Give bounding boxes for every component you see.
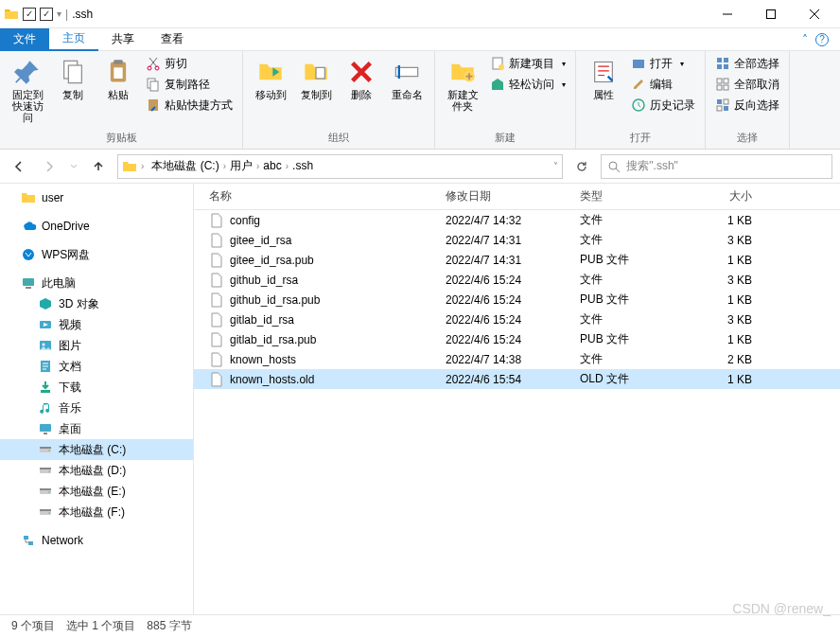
file-name: known_hosts.old [230,373,314,386]
tree-item[interactable]: 文档 [0,356,193,377]
search-input[interactable]: 搜索".ssh" [601,154,832,179]
moveto-button[interactable]: 移动到 [249,53,292,104]
file-name: gitee_id_rsa [230,234,291,247]
titlebar: ✓ ✓ ▾ | .ssh [0,0,840,28]
minimize-button[interactable] [706,0,749,28]
column-headers[interactable]: 名称 修改日期 类型 大小 [194,184,840,210]
collapse-ribbon-icon[interactable]: ˄ [802,33,808,46]
invert-button[interactable]: 反向选择 [711,95,783,115]
close-button[interactable] [793,0,836,28]
disk-icon [38,463,53,478]
window-title: .ssh [72,8,93,21]
tree-item[interactable]: 本地磁盘 (C:) [0,439,193,460]
col-type[interactable]: 类型 [572,188,684,204]
tree-item[interactable]: 本地磁盘 (D:) [0,460,193,481]
help-icon[interactable]: ? [815,33,829,46]
tab-home[interactable]: 主页 [49,28,98,51]
breadcrumb-segment[interactable]: 用户 [226,157,256,174]
back-button[interactable] [8,155,30,178]
file-row[interactable]: gitee_id_rsa2022/4/7 14:31文件3 KB [194,230,840,250]
copypath-button[interactable]: 复制路径 [142,74,236,95]
tree-item[interactable]: 图片 [0,335,193,356]
breadcrumb-segment[interactable]: 本地磁盘 (C:) [148,157,222,174]
qat-check-icon[interactable]: ✓ [40,8,53,21]
file-row[interactable]: config2022/4/7 14:32文件1 KB [194,210,840,230]
refresh-button[interactable] [570,155,593,178]
breadcrumb-segment[interactable]: abc [259,157,285,174]
tree-item[interactable]: 音乐 [0,398,193,418]
copyto-button[interactable]: 复制到 [294,53,338,104]
svg-rect-27 [724,85,728,90]
tree-item[interactable]: WPS网盘 [0,244,193,265]
qat-check-icon[interactable]: ✓ [23,8,36,21]
edit-button[interactable]: 编辑 [627,74,699,95]
tree-item[interactable]: user [0,187,193,208]
tab-file[interactable]: 文件 [0,28,49,51]
tree-item[interactable]: OneDrive [0,216,193,237]
downloads-icon [38,380,53,395]
recent-dropdown[interactable] [68,155,79,178]
newitem-button[interactable]: 新建项目▾ [486,53,569,74]
maximize-button[interactable] [749,0,793,28]
forward-button[interactable] [38,155,61,178]
file-type: OLD 文件 [572,371,684,387]
tab-share[interactable]: 共享 [98,28,148,51]
selectall-button[interactable]: 全部选择 [711,53,783,74]
network-icon [21,533,36,548]
chevron-right-icon[interactable]: › [141,161,144,171]
file-type: 文件 [572,272,684,288]
qat-dropdown-icon[interactable]: ▾ [57,9,61,19]
address-bar[interactable]: › 本地磁盘 (C:)›用户›abc›.ssh ˅ [117,154,563,179]
svg-point-48 [48,470,50,472]
file-row[interactable]: known_hosts.old2022/4/6 15:54OLD 文件1 KB [194,369,840,389]
group-label: 剪贴板 [106,131,137,147]
history-button[interactable]: 历史记录 [627,95,699,115]
easyaccess-button[interactable]: 轻松访问▾ [486,74,569,95]
svg-rect-24 [717,79,722,83]
tree-item[interactable]: Network [0,530,193,551]
pc-icon [21,275,36,291]
paste-shortcut-button[interactable]: 粘贴快捷方式 [142,95,236,115]
file-row[interactable]: gitlab_id_rsa.pub2022/4/6 15:24PUB 文件1 K… [194,329,840,349]
file-list: 名称 修改日期 类型 大小 config2022/4/7 14:32文件1 KB… [194,184,840,614]
tree-item[interactable]: 视频 [0,314,193,335]
file-row[interactable]: known_hosts2022/4/7 14:38文件2 KB [194,349,840,369]
rename-button[interactable]: 重命名 [385,53,429,104]
file-date: 2022/4/7 14:38 [438,353,572,366]
selectnone-button[interactable]: 全部取消 [711,74,783,95]
tree-item[interactable]: 桌面 [0,418,193,439]
folder-icon [122,159,137,174]
paste-button[interactable]: 粘贴 [96,53,140,104]
col-date[interactable]: 修改日期 [438,188,572,204]
properties-button[interactable]: 属性 [582,53,625,104]
nav-tree[interactable]: userOneDriveWPS网盘此电脑3D 对象视频图片文档下载音乐桌面本地磁… [0,184,194,614]
file-row[interactable]: github_id_rsa.pub2022/4/6 15:24PUB 文件1 K… [194,290,840,310]
tree-item[interactable]: 本地磁盘 (F:) [0,502,193,522]
tree-item[interactable]: 3D 对象 [0,293,193,314]
col-size[interactable]: 大小 [684,188,760,204]
file-name: gitlab_id_rsa.pub [230,333,316,346]
file-row[interactable]: github_id_rsa2022/4/6 15:24文件3 KB [194,270,840,290]
open-button[interactable]: 打开▾ [627,53,699,74]
file-row[interactable]: gitee_id_rsa.pub2022/4/7 14:31PUB 文件1 KB [194,250,840,270]
copy-button[interactable]: 复制 [51,53,95,104]
file-date: 2022/4/7 14:31 [438,234,572,247]
tree-item-label: 视频 [59,317,81,333]
tree-item[interactable]: 此电脑 [0,273,193,293]
file-row[interactable]: gitlab_id_rsa2022/4/6 15:24文件3 KB [194,310,840,329]
chevron-down-icon[interactable]: ˅ [553,161,558,171]
disk-icon [38,504,53,520]
newfolder-button[interactable]: 新建文件夹 [441,53,484,115]
folder-icon [4,7,19,22]
cut-button[interactable]: 剪切 [142,53,236,74]
col-name[interactable]: 名称 [194,188,438,204]
tree-item[interactable]: 本地磁盘 (E:) [0,481,193,502]
pin-button[interactable]: 固定到快速访问 [6,53,49,127]
breadcrumb-segment[interactable]: .ssh [289,157,317,174]
tab-view[interactable]: 查看 [148,28,197,51]
svg-rect-4 [114,60,122,64]
tree-item[interactable]: 下载 [0,377,193,398]
delete-button[interactable]: 删除 [340,53,383,104]
up-button[interactable] [87,155,110,178]
group-label: 选择 [737,131,758,147]
